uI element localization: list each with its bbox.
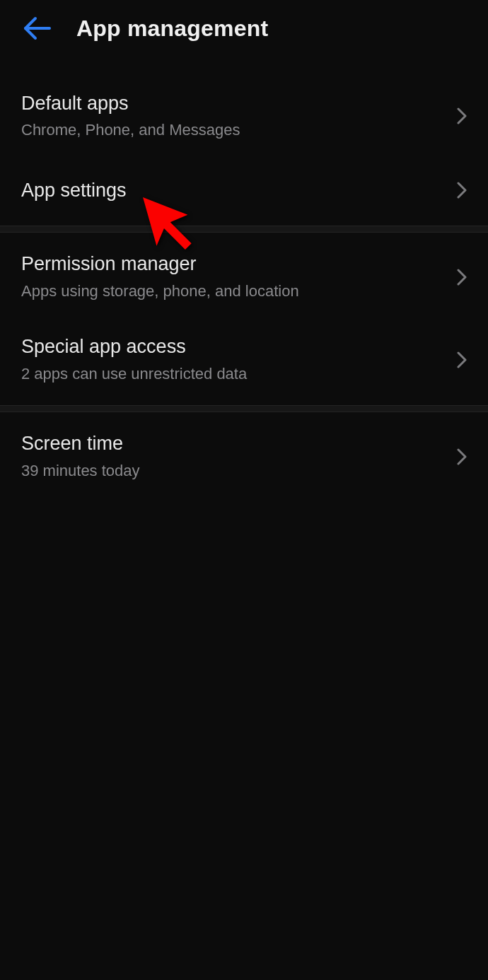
settings-group: Screen time 39 minutes today (0, 412, 488, 498)
item-text: App settings (21, 179, 443, 202)
item-permission-manager[interactable]: Permission manager Apps using storage, p… (0, 233, 488, 318)
arrow-left-icon (23, 16, 51, 41)
item-text: Default apps Chrome, Phone, and Messages (21, 92, 443, 141)
item-title: Permission manager (21, 252, 443, 275)
chevron-right-icon (455, 106, 468, 126)
settings-group: Permission manager Apps using storage, p… (0, 233, 488, 405)
item-subtitle: Chrome, Phone, and Messages (21, 120, 443, 141)
item-special-app-access[interactable]: Special app access 2 apps can use unrest… (0, 318, 488, 405)
item-title: Default apps (21, 92, 443, 115)
item-app-settings[interactable]: App settings (0, 158, 488, 226)
chevron-right-icon (455, 267, 468, 287)
item-text: Special app access 2 apps can use unrest… (21, 335, 443, 384)
item-subtitle: 2 apps can use unrestricted data (21, 364, 443, 385)
section-divider (0, 405, 488, 412)
section-divider (0, 226, 488, 233)
settings-group: Default apps Chrome, Phone, and Messages… (0, 75, 488, 226)
page-title: App management (76, 16, 268, 42)
header: App management (0, 0, 488, 57)
chevron-right-icon (455, 447, 468, 467)
item-subtitle: Apps using storage, phone, and location (21, 281, 443, 302)
item-title: Special app access (21, 335, 443, 358)
item-default-apps[interactable]: Default apps Chrome, Phone, and Messages (0, 75, 488, 158)
item-title: App settings (21, 179, 443, 202)
chevron-right-icon (455, 350, 468, 370)
chevron-right-icon (455, 180, 468, 200)
item-screen-time[interactable]: Screen time 39 minutes today (0, 412, 488, 498)
item-title: Screen time (21, 432, 443, 455)
back-button[interactable] (21, 13, 52, 44)
item-subtitle: 39 minutes today (21, 461, 443, 482)
item-text: Permission manager Apps using storage, p… (21, 252, 443, 301)
item-text: Screen time 39 minutes today (21, 432, 443, 481)
